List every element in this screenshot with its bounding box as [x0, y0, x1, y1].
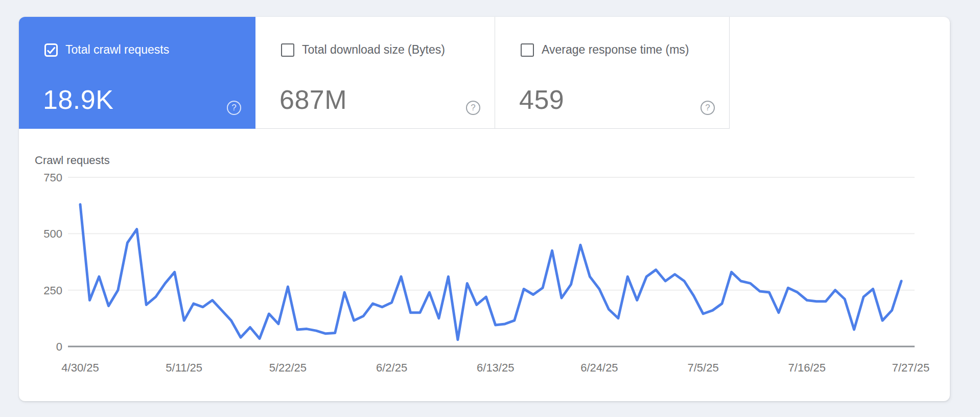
crawl-stats-panel: Total crawl requests 18.9K ? Total downl… [19, 17, 950, 401]
crawl-requests-line-chart: 02505007504/30/255/11/255/22/256/2/256/1… [19, 17, 950, 401]
y-tick-label: 250 [43, 284, 62, 297]
y-tick-label: 0 [56, 340, 62, 353]
x-tick-label: 6/2/25 [376, 361, 407, 374]
x-tick-label: 7/16/25 [788, 361, 826, 374]
y-tick-label: 500 [43, 227, 62, 240]
y-tick-label: 750 [43, 171, 62, 184]
x-tick-label: 4/30/25 [61, 361, 99, 374]
x-tick-label: 5/22/25 [269, 361, 307, 374]
page: Total crawl requests 18.9K ? Total downl… [0, 0, 980, 417]
x-tick-label: 5/11/25 [166, 361, 202, 374]
x-tick-label: 7/5/25 [688, 361, 719, 374]
x-tick-label: 7/27/25 [892, 361, 929, 374]
x-tick-label: 6/24/25 [580, 361, 618, 374]
x-tick-label: 6/13/25 [477, 361, 514, 374]
crawl-requests-series-line [80, 204, 901, 340]
